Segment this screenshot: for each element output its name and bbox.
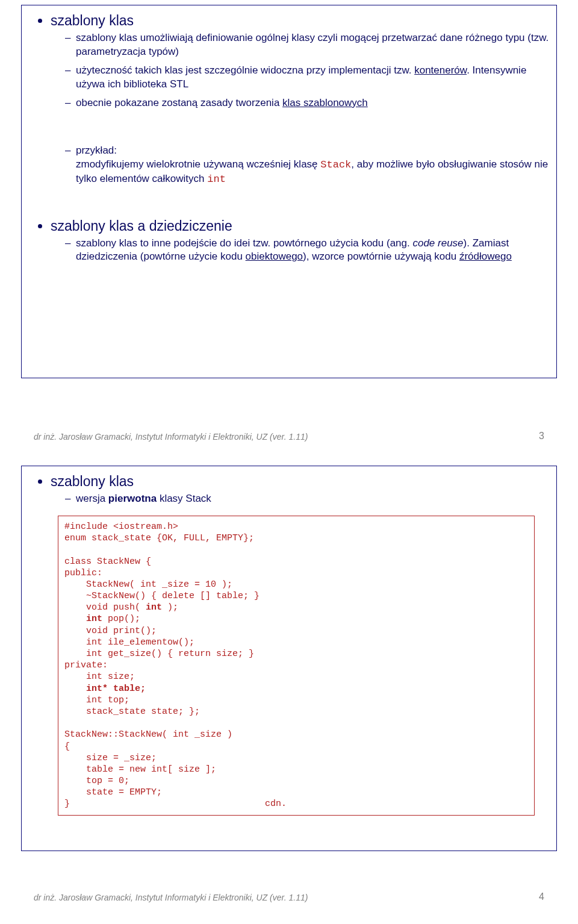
bullet-rules: obecnie pokazane zostaną zasady tworzeni… [65,96,549,110]
bullet-code-reuse: szablony klas to inne podejście do idei … [65,237,549,264]
slide-frame: szablony klas szablony klas umożliwiają … [21,5,557,378]
code-block: #include <iostream.h> enum stack_state {… [58,516,535,816]
heading-text: szablony klas [51,13,134,28]
heading-text: szablony klas a dziedziczenie [51,218,232,234]
bullet-primal-version: wersja pierwotna klasy Stack [65,492,549,506]
heading-text: szablony klas [51,473,134,489]
slide-2: szablony klas wersja pierwotna klasy Sta… [12,466,566,908]
heading-templates: szablony klas szablony klas umożliwiają … [51,13,549,187]
footer-author: dr inż. Jarosław Gramacki, Instytut Info… [34,893,308,902]
slide-1: szablony klas szablony klas umożliwiają … [12,5,566,448]
bullet-containers: użyteczność takich klas jest szczególnie… [65,64,549,92]
page-number: 3 [539,431,544,442]
heading-templates: szablony klas wersja pierwotna klasy Sta… [51,473,549,506]
heading-inheritance: szablony klas a dziedziczenie szablony k… [51,218,549,264]
page-number: 4 [539,891,544,902]
footer-author: dr inż. Jarosław Gramacki, Instytut Info… [34,432,308,442]
slide-footer: dr inż. Jarosław Gramacki, Instytut Info… [34,431,544,442]
bullet-example: przykład: zmodyfikujemy wielokrotnie uży… [65,144,549,187]
slide-footer: dr inż. Jarosław Gramacki, Instytut Info… [34,891,544,902]
bullet-definition: szablony klas umożliwiają definiowanie o… [65,31,549,59]
slide-frame: szablony klas wersja pierwotna klasy Sta… [21,466,557,851]
